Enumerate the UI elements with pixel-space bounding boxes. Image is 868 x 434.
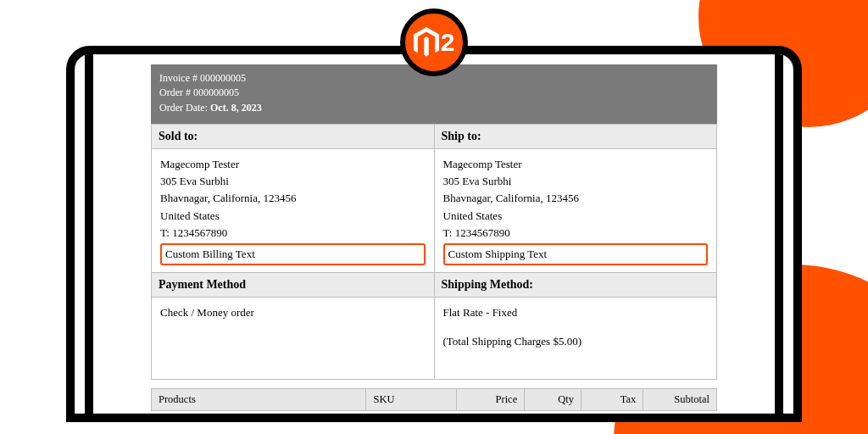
ship-phone: T: 1234567890	[443, 225, 709, 242]
ship-name: Magecomp Tester	[443, 156, 709, 173]
col-sku: SKU	[366, 389, 457, 411]
invoice-number-label: Invoice #	[159, 72, 200, 84]
order-number-label: Order #	[159, 86, 193, 98]
sold-name: Magecomp Tester	[160, 156, 426, 173]
shipping-rate: Flat Rate - Fixed	[443, 304, 709, 321]
order-date-value: Oct. 8, 2023	[210, 102, 262, 114]
payment-method-header: Payment Method	[152, 273, 435, 298]
magento2-badge: 2	[400, 8, 468, 76]
address-table: Sold to: Ship to: Magecomp Tester 305 Ev…	[151, 124, 717, 380]
sold-to-cell: Magecomp Tester 305 Eva Surbhi Bhavnagar…	[152, 149, 435, 273]
sold-phone: T: 1234567890	[160, 225, 426, 242]
ship-city: Bhavnagar, California, 123456	[443, 190, 709, 207]
ship-country: United States	[443, 208, 709, 225]
items-table: Products SKU Price Qty Tax Subtotal	[151, 388, 717, 411]
sold-to-header: Sold to:	[152, 125, 435, 149]
ship-to-header: Ship to:	[434, 125, 717, 149]
invoice-document: Invoice # 000000005 Order # 000000005 Or…	[151, 64, 717, 414]
payment-method-value: Check / Money order	[160, 306, 254, 319]
sold-city: Bhavnagar, California, 123456	[160, 190, 426, 207]
order-date-label: Order Date:	[159, 102, 210, 114]
custom-billing-text: Custom Billing Text	[160, 243, 426, 265]
badge-number: 2	[441, 30, 455, 55]
col-subtotal: Subtotal	[643, 389, 717, 411]
col-tax: Tax	[581, 389, 643, 411]
ship-street: 305 Eva Surbhi	[443, 173, 709, 190]
custom-shipping-text: Custom Shipping Text	[443, 243, 709, 265]
col-price: Price	[457, 389, 525, 411]
shipping-charges: (Total Shipping Charges $5.00)	[443, 333, 709, 350]
shipping-method-header: Shipping Method:	[434, 273, 717, 298]
sold-street: 305 Eva Surbhi	[160, 173, 426, 190]
shipping-method-cell: Flat Rate - Fixed (Total Shipping Charge…	[434, 298, 717, 380]
invoice-number-value: 000000005	[200, 72, 246, 84]
order-number-value: 000000005	[193, 86, 239, 98]
magento-icon	[414, 27, 439, 58]
col-products: Products	[152, 389, 366, 411]
device-frame: Invoice # 000000005 Order # 000000005 Or…	[66, 46, 802, 422]
ship-to-cell: Magecomp Tester 305 Eva Surbhi Bhavnagar…	[434, 149, 717, 273]
sold-country: United States	[160, 208, 426, 225]
payment-method-cell: Check / Money order	[152, 298, 435, 380]
col-qty: Qty	[525, 389, 581, 411]
